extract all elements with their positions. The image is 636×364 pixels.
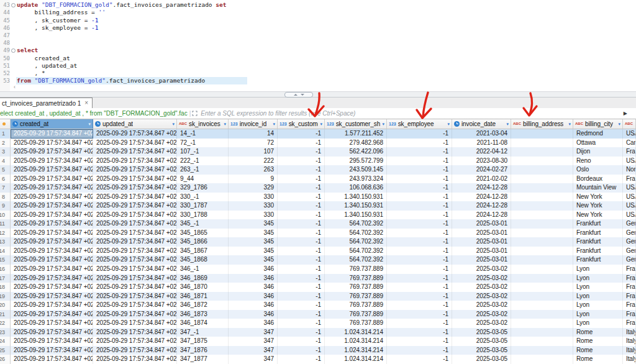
cell-sk_employee[interactable]: -1 [387,292,452,301]
result-set-grid[interactable]: created_at▼updated_at▼ABCsk_invoices▼123… [0,119,636,364]
cell-updated_at[interactable]: 2025-09-29 17:57:34.847 +0200 [93,255,177,265]
editor-hscroll-left-icon[interactable]: ‹ [14,84,16,90]
cell-created_at[interactable]: 2025-09-29 17:57:34.847 +0200 [11,157,93,166]
cell-billing_city[interactable]: Ottawa [573,139,623,148]
cell-sk_employee[interactable]: -1 [387,337,452,346]
cell-sk_customer[interactable]: -1 [278,229,325,238]
cell-billing_address[interactable] [511,237,573,247]
cell-billing_country[interactable]: Germany [623,219,636,229]
cell-sk_invoices[interactable]: 345_1867 [177,247,229,256]
cell-billing_address[interactable] [511,157,573,166]
cell-sk_customer_short[interactable]: 243.509.145 [325,165,387,175]
table-row[interactable]: 182025-09-29 17:57:34.847 +02002025-09-2… [0,283,636,292]
cell-sk_employee[interactable]: -1 [387,283,452,292]
row-number-cell[interactable]: 14 [0,247,11,256]
cell-created_at[interactable]: 2025-09-29 17:57:34.847 +0200 [11,201,93,211]
cell-created_at[interactable]: 2025-09-29 17:57:34.847 +0200 [11,193,93,202]
cell-billing_address[interactable] [511,265,573,274]
cell-billing_address[interactable] [511,193,573,202]
cell-billing_address[interactable] [511,183,573,193]
table-row[interactable]: 152025-09-29 17:57:34.847 +02002025-09-2… [0,255,636,265]
cell-created_at[interactable]: 2025-09-29 17:57:34.847 +0200 [11,265,93,274]
cell-billing_address[interactable] [511,255,573,265]
cell-invoice_id[interactable]: 14 [229,129,278,139]
cell-billing_city[interactable]: Rome [573,337,623,346]
cell-billing_country[interactable]: France [623,175,636,184]
cell-sk_customer[interactable]: -1 [278,247,325,256]
cell-sk_customer_short[interactable]: 1.577.211.452 [325,129,387,139]
cell-created_at[interactable]: 2025-09-29 17:57:34.847 +0200 [11,229,93,238]
cell-sk_customer[interactable]: -1 [278,147,325,157]
cell-sk_invoices[interactable]: 346_1869 [177,274,229,283]
cell-sk_customer_short[interactable]: 769.737.889 [325,265,387,274]
cell-updated_at[interactable]: 2025-09-29 17:57:34.847 +0200 [93,129,177,139]
row-number-cell[interactable]: 9 [0,201,11,211]
filter-expand-icon[interactable] [192,111,198,117]
row-number-cell[interactable]: 19 [0,292,11,301]
cell-billing_city[interactable]: Lyon [573,301,623,310]
cell-created_at[interactable]: 2025-09-29 17:57:34.847 +0200 [11,237,93,247]
cell-sk_customer_short[interactable]: 769.737.889 [325,301,387,310]
cell-billing_city[interactable]: Redmond [573,129,623,139]
row-number-cell[interactable]: 3 [0,147,11,157]
cell-created_at[interactable]: 2025-09-29 17:57:34.847 +0200 [11,319,93,328]
column-dropdown-icon[interactable]: ▼ [170,122,175,126]
cell-invoice_date[interactable]: 2021-02-02 [452,175,511,184]
cell-billing_city[interactable]: Dijon [573,147,623,157]
cell-sk_customer_short[interactable]: 1.024.314.214 [325,355,387,364]
cell-updated_at[interactable]: 2025-09-29 17:57:34.847 +0200 [93,292,177,301]
cell-billing_city[interactable]: Lyon [573,292,623,301]
row-number-cell[interactable]: 12 [0,229,11,238]
cell-created_at[interactable]: 2025-09-29 17:57:34.847 +0200 [11,139,93,148]
table-row[interactable]: 112025-09-29 17:57:34.847 +02002025-09-2… [0,219,636,229]
cell-invoice_date[interactable]: 2025-03-01 [452,247,511,256]
cell-billing_city[interactable]: New York [573,193,623,202]
cell-invoice_date[interactable]: 2024-12-28 [452,183,511,193]
cell-sk_employee[interactable]: -1 [387,265,452,274]
cell-updated_at[interactable]: 2025-09-29 17:57:34.847 +0200 [93,165,177,175]
cell-sk_employee[interactable]: -1 [387,255,452,265]
cell-sk_customer[interactable]: -1 [278,139,325,148]
cell-invoice_date[interactable]: 2025-03-01 [452,229,511,238]
cell-invoice_date[interactable]: 2025-03-02 [452,292,511,301]
cell-sk_employee[interactable]: -1 [387,165,452,175]
cell-billing_city[interactable]: Lyon [573,310,623,319]
cell-billing_country[interactable]: France [623,319,636,328]
table-row[interactable]: 202025-09-29 17:57:34.847 +02002025-09-2… [0,301,636,310]
cell-created_at[interactable]: 2025-09-29 17:57:34.847 +0200 [11,283,93,292]
column-dropdown-icon[interactable]: ▼ [616,122,621,126]
cell-sk_customer_short[interactable]: 243.973.324 [325,175,387,184]
cell-invoice_date[interactable]: 2024-12-28 [452,193,511,202]
row-number-cell[interactable]: 8 [0,193,11,202]
cell-billing_city[interactable]: Frankfurt [573,247,623,256]
table-row[interactable]: 142025-09-29 17:57:34.847 +02002025-09-2… [0,247,636,256]
cell-billing_country[interactable]: Germany [623,237,636,247]
cell-updated_at[interactable]: 2025-09-29 17:57:34.847 +0200 [93,319,177,328]
cell-billing_country[interactable]: France [623,310,636,319]
cell-sk_customer_short[interactable]: 564.702.392 [325,237,387,247]
cell-sk_customer[interactable]: -1 [278,319,325,328]
cell-sk_employee[interactable]: -1 [387,247,452,256]
cell-billing_country[interactable]: France [623,301,636,310]
cell-sk_customer_short[interactable]: 769.737.889 [325,319,387,328]
cell-sk_employee[interactable]: -1 [387,219,452,229]
tab-fact-invoices-parametrizado[interactable]: ct_invoices_parametrizado 1 × [0,98,93,108]
column-header-invoice_id[interactable]: 123invoice_id▼ [229,119,278,129]
row-number-cell[interactable]: 25 [0,346,11,355]
cell-sk_customer[interactable]: -1 [278,201,325,211]
column-header-updated_at[interactable]: updated_at▼ [93,119,177,129]
row-number-cell[interactable]: 21 [0,310,11,319]
table-row[interactable]: 92025-09-29 17:57:34.847 +02002025-09-29… [0,201,636,211]
cell-invoice_date[interactable]: 2025-03-05 [452,346,511,355]
cell-billing_city[interactable]: Rome [573,346,623,355]
cell-sk_invoices[interactable]: 346_1874 [177,319,229,328]
cell-sk_employee[interactable]: -1 [387,346,452,355]
cell-invoice_id[interactable]: 345 [229,247,278,256]
row-number-cell[interactable]: 10 [0,211,11,220]
cell-billing_address[interactable] [511,219,573,229]
cell-billing_address[interactable] [511,292,573,301]
cell-created_at[interactable]: 2025-09-29 17:57:34.847 +0200 [11,355,93,364]
cell-invoice_date[interactable]: 2025-03-02 [452,283,511,292]
cell-invoice_id[interactable]: 346 [229,310,278,319]
cell-invoice_date[interactable]: 2025-03-02 [452,310,511,319]
